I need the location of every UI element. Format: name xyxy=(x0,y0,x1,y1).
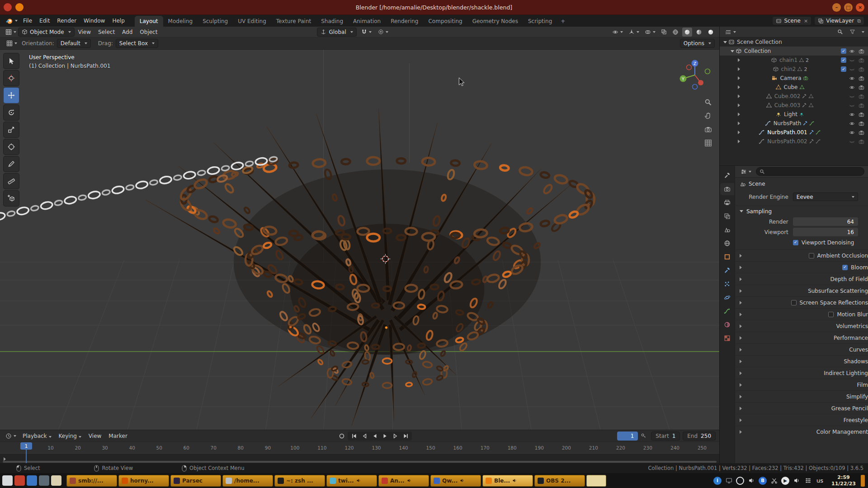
disable-render-toggle[interactable] xyxy=(857,130,865,136)
viewport-menu-view[interactable]: View xyxy=(75,29,94,35)
timeline-playhead[interactable]: 1 xyxy=(20,442,32,463)
disable-render-toggle[interactable] xyxy=(857,75,865,81)
timeline-ruler[interactable]: 1102030405060708090100110120130140150160… xyxy=(0,441,719,454)
properties-tab-object[interactable] xyxy=(720,251,734,263)
section-color-management[interactable]: Color Management xyxy=(735,426,868,437)
keyboard-layout-indicator[interactable]: us xyxy=(816,477,823,484)
snap-toggle[interactable] xyxy=(359,29,373,35)
timeline-track[interactable] xyxy=(0,454,719,464)
tool-move-button[interactable] xyxy=(3,87,19,103)
tool-transform-button[interactable] xyxy=(3,139,19,155)
viewport-zoom-button[interactable] xyxy=(704,99,712,106)
taskbar-window-blank[interactable] xyxy=(586,475,606,487)
exclude-checkbox[interactable] xyxy=(841,48,846,54)
prev-keyframe-button[interactable] xyxy=(359,432,369,441)
tool-select-box-button[interactable] xyxy=(3,53,19,69)
timeline-menu-view[interactable]: View xyxy=(85,433,105,439)
taskbar-window-obs2[interactable]: OBS 2... xyxy=(534,475,585,487)
section-film[interactable]: Film xyxy=(735,379,868,390)
tool-measure-button[interactable] xyxy=(3,173,19,189)
tray-workspaces-grid[interactable] xyxy=(804,477,812,485)
expander-icon[interactable] xyxy=(723,41,727,43)
outliner-row-NurbsPath[interactable]: NurbsPath xyxy=(720,119,868,128)
outliner-editor-icon[interactable] xyxy=(723,29,738,35)
orientation-select[interactable]: Default xyxy=(57,39,91,48)
launcher-web-browser[interactable] xyxy=(14,475,25,486)
viewlayer-selector[interactable]: ViewLayer ⧉ xyxy=(814,16,864,25)
hide-viewport-toggle[interactable] xyxy=(848,75,856,81)
shading-material-button[interactable] xyxy=(694,28,704,37)
outliner-row-Cube[interactable]: Cube xyxy=(720,83,868,92)
blender-app-icon[interactable] xyxy=(15,3,24,11)
xray-toggle[interactable] xyxy=(659,29,669,35)
timeline-menu-playback[interactable]: Playback xyxy=(19,433,55,439)
section-bloom[interactable]: Bloom xyxy=(735,261,868,273)
expander-icon[interactable] xyxy=(738,113,774,116)
properties-tab-modifiers[interactable] xyxy=(720,264,734,277)
bloom-checkbox[interactable] xyxy=(842,265,848,270)
tool-scale-button[interactable] xyxy=(3,122,19,138)
properties-tab-scene[interactable] xyxy=(720,224,734,236)
section-subsurface-scattering[interactable]: Subsurface Scattering xyxy=(735,285,868,296)
workspace-tab-shading[interactable]: Shading xyxy=(316,16,348,27)
workspace-tab-uv-editing[interactable]: UV Editing xyxy=(233,16,271,27)
expander-icon[interactable] xyxy=(738,85,774,89)
menu-file[interactable]: File xyxy=(19,18,36,24)
tray-notifications[interactable]: i xyxy=(713,477,722,485)
section-simplify[interactable]: Simplify xyxy=(735,390,868,402)
disable-render-toggle[interactable] xyxy=(857,66,865,72)
tray-obs-studio[interactable] xyxy=(736,477,744,485)
tray-volume[interactable] xyxy=(747,477,755,485)
transform-orientation-select[interactable]: Global xyxy=(317,28,356,37)
properties-tab-tool[interactable] xyxy=(720,169,734,182)
frame-start-field[interactable]: Start1 xyxy=(651,432,680,441)
properties-tab-material[interactable] xyxy=(720,319,734,331)
section-grease-pencil[interactable]: Grease Pencil xyxy=(735,402,868,414)
outliner-row-Cube.003[interactable]: Cube.003 xyxy=(720,101,868,110)
section-shadows[interactable]: Shadows xyxy=(735,355,868,367)
current-frame-field[interactable]: 1 xyxy=(617,432,638,441)
hide-viewport-toggle[interactable] xyxy=(848,103,856,108)
outliner-row-Scene-Collection[interactable]: Scene Collection xyxy=(720,38,868,47)
minimize-button[interactable]: – xyxy=(832,3,841,12)
viewlayer-copy-icon[interactable]: ⧉ xyxy=(857,18,861,24)
hide-viewport-toggle[interactable] xyxy=(848,94,856,99)
timeline-editor-icon[interactable] xyxy=(4,433,18,439)
jump-to-end-button[interactable] xyxy=(401,432,411,441)
workspace-tab-rendering[interactable]: Rendering xyxy=(386,16,423,27)
workspace-tab-animation[interactable]: Animation xyxy=(348,16,386,27)
tray-bluetooth[interactable]: B xyxy=(759,477,767,485)
workspace-tab-layout[interactable]: Layout xyxy=(135,16,163,27)
disable-render-toggle[interactable] xyxy=(857,121,865,127)
disable-render-toggle[interactable] xyxy=(857,48,865,54)
outliner-search-icon[interactable] xyxy=(835,29,845,35)
tool-add-cube-button[interactable] xyxy=(3,190,19,206)
menu-help[interactable]: Help xyxy=(108,18,128,24)
launcher-file-manager[interactable] xyxy=(27,475,37,486)
properties-editor-icon[interactable] xyxy=(739,169,753,175)
properties-tab-texture[interactable] xyxy=(720,332,734,344)
shading-solid-button[interactable] xyxy=(682,28,692,37)
navigation-gizmo[interactable]: Z Y xyxy=(676,56,714,95)
shading-wireframe-button[interactable] xyxy=(670,28,680,37)
workspace-tab-scripting[interactable]: Scripting xyxy=(523,16,557,27)
disable-render-toggle[interactable] xyxy=(857,94,865,99)
close-button[interactable]: × xyxy=(856,3,864,12)
disable-render-toggle[interactable] xyxy=(857,112,865,117)
hide-viewport-toggle[interactable] xyxy=(848,121,856,127)
hide-viewport-toggle[interactable] xyxy=(848,48,856,54)
section-volumetrics[interactable]: Volumetrics xyxy=(735,320,868,332)
channel-expand-icon[interactable] xyxy=(4,457,716,461)
tool-annotate-button[interactable] xyxy=(3,156,19,172)
expander-icon[interactable] xyxy=(738,76,770,80)
properties-search-input[interactable] xyxy=(756,167,864,176)
options-dropdown[interactable]: Options xyxy=(680,39,715,48)
samples-viewport-field[interactable]: 16 xyxy=(793,228,858,236)
tool-3d-cursor-button[interactable] xyxy=(3,70,19,86)
menu-render[interactable]: Render xyxy=(53,18,80,24)
timeline-menu-keying[interactable]: Keying xyxy=(55,433,85,439)
expander-icon[interactable] xyxy=(738,103,764,107)
window-manager-icon[interactable] xyxy=(4,3,12,11)
samples-render-field[interactable]: 64 xyxy=(793,217,858,226)
expander-icon[interactable] xyxy=(738,58,769,62)
